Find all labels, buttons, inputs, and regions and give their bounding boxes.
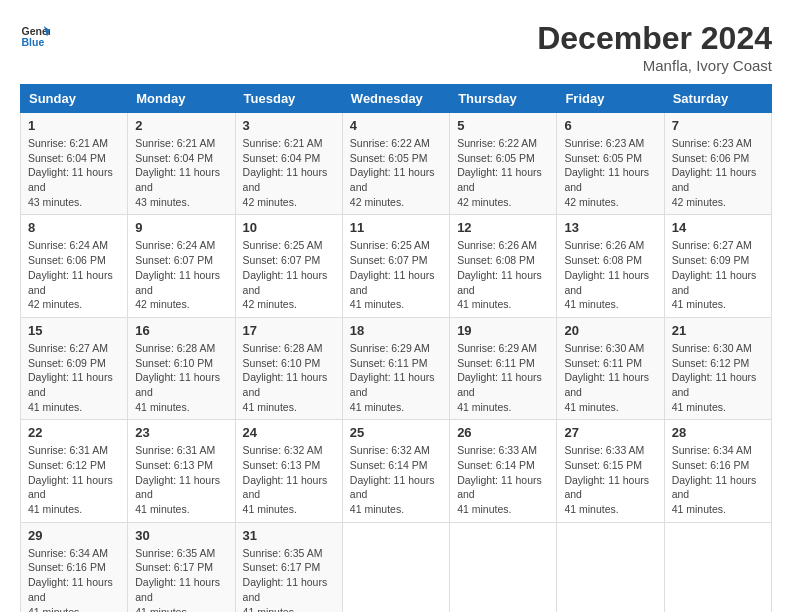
location-subtitle: Manfla, Ivory Coast	[537, 57, 772, 74]
day-info: Sunrise: 6:26 AM Sunset: 6:08 PM Dayligh…	[564, 238, 656, 311]
week-row-1: 1 Sunrise: 6:21 AM Sunset: 6:04 PM Dayli…	[21, 113, 772, 215]
day-number: 21	[672, 323, 764, 338]
day-info: Sunrise: 6:30 AM Sunset: 6:12 PM Dayligh…	[672, 341, 764, 414]
day-info: Sunrise: 6:27 AM Sunset: 6:09 PM Dayligh…	[672, 238, 764, 311]
header-wednesday: Wednesday	[342, 85, 449, 113]
day-number: 28	[672, 425, 764, 440]
svg-text:Blue: Blue	[22, 36, 45, 48]
month-year-title: December 2024	[537, 20, 772, 57]
day-info: Sunrise: 6:24 AM Sunset: 6:06 PM Dayligh…	[28, 238, 120, 311]
logo: General Blue	[20, 20, 50, 50]
day-cell: 26 Sunrise: 6:33 AM Sunset: 6:14 PM Dayl…	[450, 420, 557, 522]
day-info: Sunrise: 6:23 AM Sunset: 6:05 PM Dayligh…	[564, 136, 656, 209]
day-cell: 25 Sunrise: 6:32 AM Sunset: 6:14 PM Dayl…	[342, 420, 449, 522]
day-cell: 21 Sunrise: 6:30 AM Sunset: 6:12 PM Dayl…	[664, 317, 771, 419]
day-number: 2	[135, 118, 227, 133]
day-number: 6	[564, 118, 656, 133]
day-number: 30	[135, 528, 227, 543]
day-number: 16	[135, 323, 227, 338]
day-cell: 7 Sunrise: 6:23 AM Sunset: 6:06 PM Dayli…	[664, 113, 771, 215]
day-info: Sunrise: 6:29 AM Sunset: 6:11 PM Dayligh…	[457, 341, 549, 414]
day-info: Sunrise: 6:30 AM Sunset: 6:11 PM Dayligh…	[564, 341, 656, 414]
day-cell: 13 Sunrise: 6:26 AM Sunset: 6:08 PM Dayl…	[557, 215, 664, 317]
day-info: Sunrise: 6:22 AM Sunset: 6:05 PM Dayligh…	[350, 136, 442, 209]
day-number: 27	[564, 425, 656, 440]
day-cell: 17 Sunrise: 6:28 AM Sunset: 6:10 PM Dayl…	[235, 317, 342, 419]
week-row-4: 22 Sunrise: 6:31 AM Sunset: 6:12 PM Dayl…	[21, 420, 772, 522]
day-number: 4	[350, 118, 442, 133]
header-friday: Friday	[557, 85, 664, 113]
day-info: Sunrise: 6:34 AM Sunset: 6:16 PM Dayligh…	[672, 443, 764, 516]
day-number: 26	[457, 425, 549, 440]
day-info: Sunrise: 6:31 AM Sunset: 6:12 PM Dayligh…	[28, 443, 120, 516]
day-info: Sunrise: 6:25 AM Sunset: 6:07 PM Dayligh…	[350, 238, 442, 311]
day-cell: 1 Sunrise: 6:21 AM Sunset: 6:04 PM Dayli…	[21, 113, 128, 215]
day-cell: 31 Sunrise: 6:35 AM Sunset: 6:17 PM Dayl…	[235, 522, 342, 612]
week-row-5: 29 Sunrise: 6:34 AM Sunset: 6:16 PM Dayl…	[21, 522, 772, 612]
day-info: Sunrise: 6:32 AM Sunset: 6:14 PM Dayligh…	[350, 443, 442, 516]
day-info: Sunrise: 6:27 AM Sunset: 6:09 PM Dayligh…	[28, 341, 120, 414]
day-cell: 18 Sunrise: 6:29 AM Sunset: 6:11 PM Dayl…	[342, 317, 449, 419]
title-area: December 2024 Manfla, Ivory Coast	[537, 20, 772, 74]
day-number: 12	[457, 220, 549, 235]
day-cell: 11 Sunrise: 6:25 AM Sunset: 6:07 PM Dayl…	[342, 215, 449, 317]
day-number: 17	[243, 323, 335, 338]
header-sunday: Sunday	[21, 85, 128, 113]
day-info: Sunrise: 6:21 AM Sunset: 6:04 PM Dayligh…	[135, 136, 227, 209]
logo-icon: General Blue	[20, 20, 50, 50]
day-cell: 30 Sunrise: 6:35 AM Sunset: 6:17 PM Dayl…	[128, 522, 235, 612]
day-cell: 19 Sunrise: 6:29 AM Sunset: 6:11 PM Dayl…	[450, 317, 557, 419]
day-info: Sunrise: 6:34 AM Sunset: 6:16 PM Dayligh…	[28, 546, 120, 612]
day-cell	[342, 522, 449, 612]
header-saturday: Saturday	[664, 85, 771, 113]
page-header: General Blue December 2024 Manfla, Ivory…	[20, 20, 772, 74]
day-cell: 29 Sunrise: 6:34 AM Sunset: 6:16 PM Dayl…	[21, 522, 128, 612]
week-row-2: 8 Sunrise: 6:24 AM Sunset: 6:06 PM Dayli…	[21, 215, 772, 317]
day-cell: 16 Sunrise: 6:28 AM Sunset: 6:10 PM Dayl…	[128, 317, 235, 419]
day-cell	[664, 522, 771, 612]
day-cell: 3 Sunrise: 6:21 AM Sunset: 6:04 PM Dayli…	[235, 113, 342, 215]
day-cell: 15 Sunrise: 6:27 AM Sunset: 6:09 PM Dayl…	[21, 317, 128, 419]
day-info: Sunrise: 6:23 AM Sunset: 6:06 PM Dayligh…	[672, 136, 764, 209]
day-info: Sunrise: 6:32 AM Sunset: 6:13 PM Dayligh…	[243, 443, 335, 516]
header-monday: Monday	[128, 85, 235, 113]
day-info: Sunrise: 6:28 AM Sunset: 6:10 PM Dayligh…	[243, 341, 335, 414]
day-number: 19	[457, 323, 549, 338]
day-cell: 28 Sunrise: 6:34 AM Sunset: 6:16 PM Dayl…	[664, 420, 771, 522]
day-cell: 2 Sunrise: 6:21 AM Sunset: 6:04 PM Dayli…	[128, 113, 235, 215]
day-number: 15	[28, 323, 120, 338]
day-number: 8	[28, 220, 120, 235]
header-row: SundayMondayTuesdayWednesdayThursdayFrid…	[21, 85, 772, 113]
day-cell: 20 Sunrise: 6:30 AM Sunset: 6:11 PM Dayl…	[557, 317, 664, 419]
day-cell: 5 Sunrise: 6:22 AM Sunset: 6:05 PM Dayli…	[450, 113, 557, 215]
day-cell: 24 Sunrise: 6:32 AM Sunset: 6:13 PM Dayl…	[235, 420, 342, 522]
week-row-3: 15 Sunrise: 6:27 AM Sunset: 6:09 PM Dayl…	[21, 317, 772, 419]
day-info: Sunrise: 6:35 AM Sunset: 6:17 PM Dayligh…	[135, 546, 227, 612]
day-number: 18	[350, 323, 442, 338]
day-cell: 8 Sunrise: 6:24 AM Sunset: 6:06 PM Dayli…	[21, 215, 128, 317]
day-number: 25	[350, 425, 442, 440]
calendar-table: SundayMondayTuesdayWednesdayThursdayFrid…	[20, 84, 772, 612]
day-number: 14	[672, 220, 764, 235]
header-thursday: Thursday	[450, 85, 557, 113]
day-number: 5	[457, 118, 549, 133]
day-number: 9	[135, 220, 227, 235]
day-info: Sunrise: 6:33 AM Sunset: 6:15 PM Dayligh…	[564, 443, 656, 516]
day-info: Sunrise: 6:33 AM Sunset: 6:14 PM Dayligh…	[457, 443, 549, 516]
day-number: 11	[350, 220, 442, 235]
day-number: 23	[135, 425, 227, 440]
day-info: Sunrise: 6:22 AM Sunset: 6:05 PM Dayligh…	[457, 136, 549, 209]
day-number: 10	[243, 220, 335, 235]
day-cell: 6 Sunrise: 6:23 AM Sunset: 6:05 PM Dayli…	[557, 113, 664, 215]
day-info: Sunrise: 6:28 AM Sunset: 6:10 PM Dayligh…	[135, 341, 227, 414]
day-info: Sunrise: 6:24 AM Sunset: 6:07 PM Dayligh…	[135, 238, 227, 311]
day-number: 7	[672, 118, 764, 133]
day-cell: 27 Sunrise: 6:33 AM Sunset: 6:15 PM Dayl…	[557, 420, 664, 522]
day-number: 24	[243, 425, 335, 440]
day-info: Sunrise: 6:35 AM Sunset: 6:17 PM Dayligh…	[243, 546, 335, 612]
day-cell	[557, 522, 664, 612]
day-info: Sunrise: 6:21 AM Sunset: 6:04 PM Dayligh…	[243, 136, 335, 209]
day-info: Sunrise: 6:29 AM Sunset: 6:11 PM Dayligh…	[350, 341, 442, 414]
day-number: 1	[28, 118, 120, 133]
day-number: 31	[243, 528, 335, 543]
